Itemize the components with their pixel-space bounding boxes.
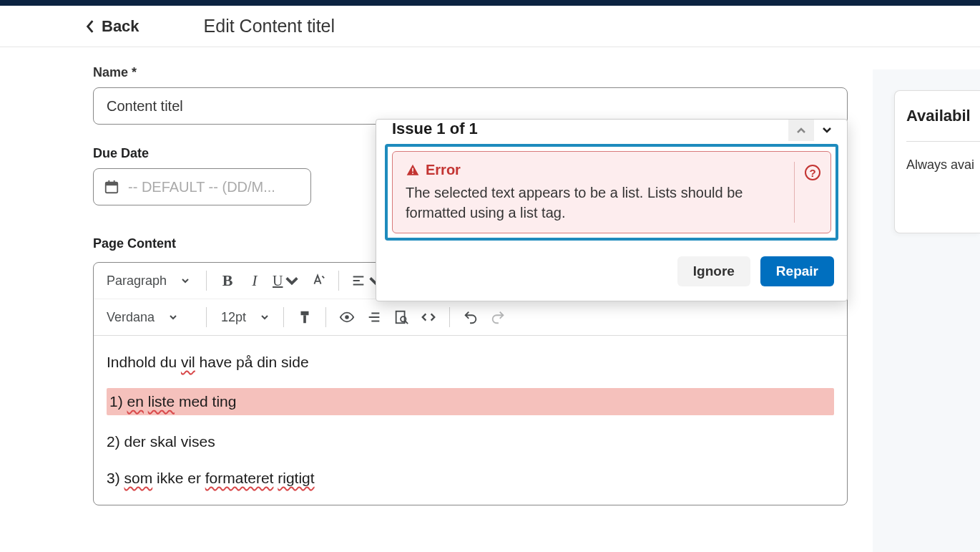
misspelled-word: formateret [205,470,274,486]
svg-line-28 [406,321,408,324]
indent-button[interactable] [362,305,386,329]
due-date-placeholder: -- DEFAULT -- (DD/M... [128,179,275,195]
page-content-label: Page Content [93,236,176,251]
chevron-left-icon [86,20,94,33]
content-line: 3) som ikke er formateret rigtigt [107,468,834,488]
error-highlight-frame: Error The selected text appears to be a … [385,144,838,241]
search-page-icon [393,309,409,325]
block-format-select[interactable]: Paragraph [101,271,197,291]
previous-issue-button[interactable] [788,120,814,141]
svg-rect-1 [106,183,118,186]
font-family-select[interactable]: Verdana [101,307,197,328]
content-line: 2) der skal vises [107,431,834,452]
page-title: Edit Content titel [204,16,335,37]
undo-icon [463,309,479,325]
chevron-down-icon [169,313,177,321]
redo-icon [490,309,506,325]
svg-line-5 [323,276,325,279]
divider [906,141,980,142]
ignore-button[interactable]: Ignore [677,256,750,286]
help-button[interactable]: ? [805,165,820,180]
page-header: Back Edit Content titel [0,6,980,47]
text-color-button[interactable] [305,268,330,293]
indent-icon [366,309,382,325]
font-size-value: 12pt [221,310,246,325]
availability-title: Availabil [906,107,980,125]
highlighted-list-item: 1) en liste med ting [107,388,834,415]
italic-button[interactable]: I [242,268,267,293]
warning-icon [406,163,420,178]
separator [206,307,207,327]
svg-rect-30 [412,173,413,174]
chevron-down-icon [284,273,300,289]
font-family-value: Verdana [107,310,155,325]
source-code-button[interactable] [416,305,441,329]
redo-button[interactable] [486,305,510,329]
due-date-input[interactable]: -- DEFAULT -- (DD/M... [93,168,311,205]
block-format-value: Paragraph [107,273,167,289]
text: Indhold du [107,354,181,370]
back-button[interactable]: Back [86,17,139,36]
text-color-icon [310,273,325,289]
chevron-up-icon [795,126,807,135]
bold-button[interactable]: B [215,268,240,293]
format-painter-button[interactable] [293,305,317,329]
misspelled-word: liste [148,393,175,410]
format-painter-icon [297,309,313,325]
separator [449,307,450,327]
error-heading: Error [426,162,461,178]
find-replace-button[interactable] [389,305,413,329]
accessibility-button[interactable] [335,305,359,329]
separator [283,307,284,327]
text: ikke er [152,470,205,486]
issue-counter: Issue 1 of 1 [392,121,478,137]
chevron-down-icon [181,276,190,285]
back-label: Back [102,17,139,36]
content-line: Indhold du vil have på din side [107,352,834,372]
text: 3) [107,470,124,486]
accessibility-checker-popover: Issue 1 of 1 Error The selected text app… [376,119,848,301]
svg-point-22 [346,316,348,319]
availability-text: Always avai [906,158,980,173]
top-accent-bar [0,0,980,6]
code-icon [421,309,436,325]
error-alert: Error The selected text appears to be a … [392,151,831,233]
chevron-down-icon [260,313,269,321]
text: 1) [109,393,127,410]
text: med ting [175,393,236,410]
availability-panel: Availabil Always avai [894,90,980,233]
misspelled-word: en [127,393,144,410]
svg-rect-20 [301,311,309,316]
undo-button[interactable] [459,305,483,329]
underline-button[interactable]: U [270,268,303,293]
svg-rect-29 [412,168,413,171]
repair-button[interactable]: Repair [760,256,834,286]
separator [338,271,339,291]
misspelled-word: vil [181,354,195,370]
font-size-select[interactable]: 12pt [215,307,275,328]
error-message: The selected text appears to be a list. … [406,183,784,223]
svg-rect-21 [303,315,306,323]
eye-icon [339,309,355,325]
calendar-icon [104,179,119,195]
align-icon [351,273,366,289]
misspelled-word: som [124,470,153,486]
chevron-down-icon [821,126,833,135]
name-label: Name * [93,65,980,80]
separator [206,271,207,291]
separator [325,307,326,327]
svg-rect-2 [108,180,109,184]
svg-rect-3 [114,180,115,184]
editor-content-area[interactable]: Indhold du vil have på din side 1) en li… [94,336,847,505]
next-issue-button[interactable] [814,120,840,141]
misspelled-word: rigtigt [278,470,314,486]
text: have på din side [195,354,309,370]
